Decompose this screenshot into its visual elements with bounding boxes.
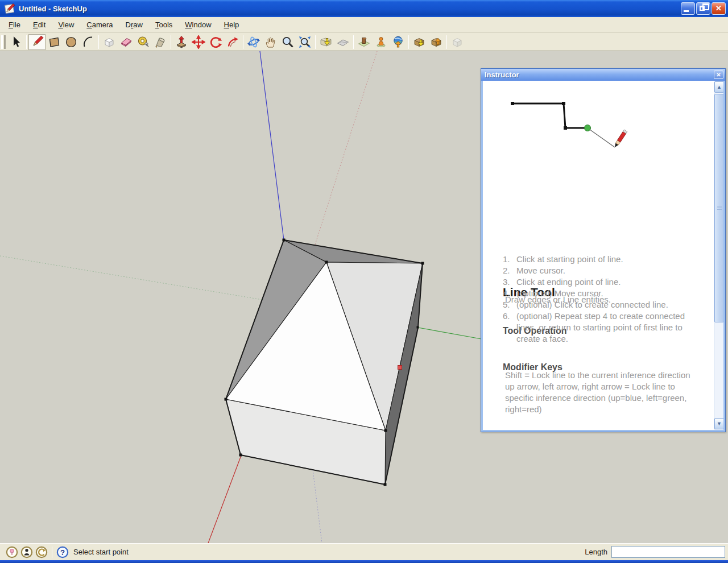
tool-operation-step: 3.Click at ending point of line. — [503, 276, 702, 288]
tool-operation-step: 4.(optional) Move cursor. — [503, 288, 702, 299]
model-box — [226, 240, 423, 485]
status-icons — [0, 546, 48, 558]
line-tool-button[interactable] — [28, 34, 46, 50]
attribution-icon[interactable] — [20, 546, 33, 558]
circle-tool-button[interactable] — [63, 34, 80, 50]
minimize-button[interactable] — [681, 2, 695, 15]
instructor-title-bar[interactable]: Instructor ✕ — [481, 69, 725, 81]
toolbar-separator — [353, 35, 354, 49]
modifier-key-line: Shift = Lock line to the current inferen… — [505, 370, 701, 381]
restore-button[interactable] — [696, 2, 710, 15]
step-text: Move cursor. — [516, 265, 696, 276]
close-button[interactable]: ✕ — [712, 2, 726, 15]
menu-item-file[interactable]: File — [2, 18, 27, 32]
toolbar-separator — [98, 35, 99, 49]
red-axis-dashed — [315, 51, 377, 245]
model-credit-icon[interactable] — [35, 546, 48, 558]
modifier-key-line: up arrow, left arrow, right arrow = Lock… — [505, 381, 701, 415]
length-measurement-input[interactable] — [611, 546, 725, 558]
window-title: Untitled - SketchUp — [19, 5, 87, 13]
length-label: Length — [585, 548, 607, 556]
green-axis — [418, 328, 481, 339]
menu-item-camera[interactable]: Camera — [80, 18, 119, 32]
orbit-tool-button[interactable] — [245, 34, 262, 50]
toggle-terrain-tool-button[interactable] — [334, 34, 351, 50]
select-tool-button[interactable] — [7, 34, 24, 50]
scrollbar-down-button[interactable]: ▼ — [714, 418, 723, 429]
zoom-extents-tool-button[interactable] — [296, 34, 313, 50]
step-number: 2. — [503, 265, 516, 276]
warehouse-down-icon — [412, 35, 426, 49]
menu-item-window[interactable]: Window — [179, 18, 217, 32]
tape-measure-icon — [136, 35, 150, 49]
toolbar-separator — [171, 35, 171, 49]
move-icon — [192, 35, 205, 49]
pan-tool-button[interactable] — [262, 34, 279, 50]
offset-tool-button[interactable] — [224, 34, 241, 50]
toolbar — [0, 33, 728, 51]
move-tool-button[interactable] — [190, 34, 207, 50]
warehouse-up-icon — [429, 35, 443, 49]
paint-bucket-tool-button[interactable] — [152, 34, 169, 50]
window-bottom-edge — [0, 560, 728, 563]
make-component-tool-button[interactable] — [101, 34, 118, 50]
rotate-icon — [209, 35, 222, 49]
step-text: Click at starting point of line. — [516, 254, 696, 265]
push-pull-icon — [175, 35, 188, 49]
get-models-tool-button[interactable] — [373, 34, 390, 50]
instructor-body: Line Tool Draw edges or Line entities. T… — [483, 81, 723, 430]
eraser-tool-button[interactable] — [118, 34, 135, 50]
menu-item-edit[interactable]: Edit — [27, 18, 52, 32]
toolbar-grip[interactable] — [1, 35, 6, 49]
place-model-tool-button[interactable] — [355, 34, 373, 50]
step-text: (optional) Repeat step 4 to create conne… — [516, 311, 696, 345]
step-number: 1. — [503, 254, 516, 265]
get-current-view-tool-button[interactable] — [317, 34, 334, 50]
step-text: (optional) Click to create connected lin… — [516, 299, 696, 311]
tool-operation-step: 5.(optional) Click to create connected l… — [503, 299, 702, 311]
menu-item-view[interactable]: View — [52, 18, 80, 32]
tape-measure-tool-button[interactable] — [135, 34, 152, 50]
instructor-panel: Instructor ✕ — [481, 68, 726, 432]
scrollbar-thumb[interactable] — [714, 94, 723, 322]
title-bar: Untitled - SketchUp ✕ — [0, 0, 728, 17]
get-models-warehouse-tool-button[interactable] — [411, 34, 428, 50]
modifier-keys-text: Shift = Lock line to the current inferen… — [505, 370, 701, 415]
step-number: 3. — [503, 276, 516, 288]
restore-icon — [700, 6, 705, 11]
sketchup-logo-icon — [3, 2, 16, 15]
question-mark-icon[interactable] — [56, 546, 69, 558]
upload-model-tool-button[interactable] — [428, 34, 445, 50]
scrollbar-up-button[interactable]: ▲ — [714, 81, 723, 93]
disabled-box-icon — [450, 35, 464, 49]
tool-operation-step: 1.Click at starting point of line. — [503, 254, 702, 265]
step-text: Click at ending point of line. — [516, 276, 696, 288]
menu-item-tools[interactable]: Tools — [149, 18, 179, 32]
arc-tool-button[interactable] — [80, 34, 97, 50]
toolbar-separator — [315, 35, 316, 49]
eraser-icon — [119, 35, 133, 49]
zoom-tool-button[interactable] — [279, 34, 296, 50]
get-models-icon — [374, 35, 388, 49]
tool-operation-step: 2.Move cursor. — [503, 265, 702, 276]
endpoint-inference-dot — [585, 125, 591, 131]
drawing-viewport[interactable]: Instructor ✕ — [0, 51, 728, 543]
share-model-tool-button[interactable] — [390, 34, 407, 50]
rotate-tool-button[interactable] — [207, 34, 224, 50]
pencil-icon — [30, 35, 44, 49]
rectangle-icon — [47, 35, 61, 49]
step-number: 5. — [503, 299, 516, 311]
menu-item-draw[interactable]: Draw — [119, 18, 149, 32]
make-component-icon — [102, 35, 116, 49]
pencil-cursor-icon — [613, 130, 627, 148]
status-message: Select start point — [73, 548, 129, 556]
instructor-scrollbar[interactable]: ▲ ▼ — [714, 81, 723, 430]
rectangle-tool-button[interactable] — [46, 34, 63, 50]
zoom-icon — [281, 35, 295, 49]
instructor-close-button[interactable]: ✕ — [714, 71, 723, 79]
step-number: 6. — [503, 311, 516, 345]
push-pull-tool-button[interactable] — [173, 34, 190, 50]
blue-axis-dashed — [313, 470, 322, 543]
geolocation-icon[interactable] — [6, 546, 18, 558]
menu-item-help[interactable]: Help — [218, 18, 246, 32]
